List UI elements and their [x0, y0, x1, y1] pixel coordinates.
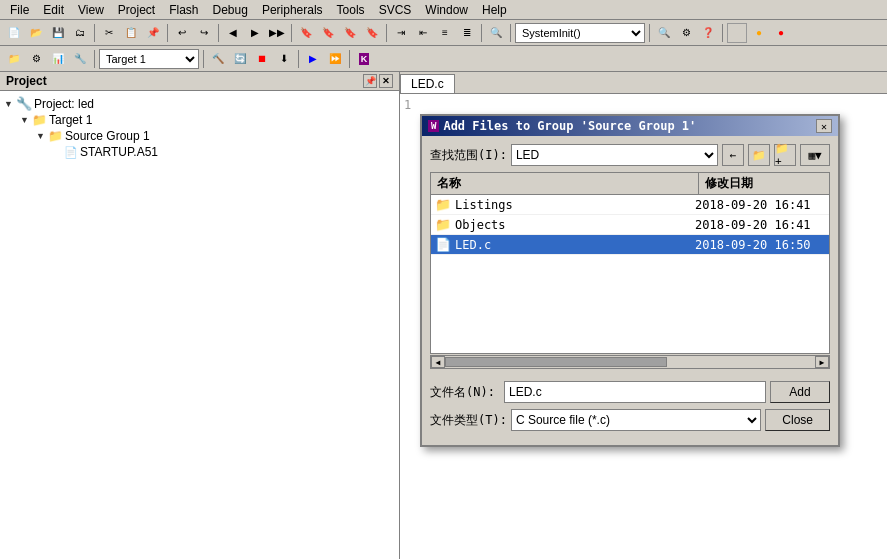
circle3-btn[interactable]: ● — [771, 23, 791, 43]
circle1-btn[interactable]: ○ — [727, 23, 747, 43]
tb2-btn3[interactable]: 📊 — [48, 49, 68, 69]
main-layout: Project 📌 ✕ ▼ 🔧 Project: led ▼ 📁 Target … — [0, 72, 887, 559]
source-group-expand-icon: ▼ — [36, 131, 46, 141]
stop-btn[interactable]: ⏹ — [252, 49, 272, 69]
startup-expand-icon — [52, 147, 62, 157]
save-all-btn[interactable]: 🗂 — [70, 23, 90, 43]
startup-file-item[interactable]: 📄 STARTUP.A51 — [52, 144, 395, 160]
keil-logo-btn[interactable]: K — [354, 49, 374, 69]
download-btn[interactable]: ⬇ — [274, 49, 294, 69]
nav-up-btn[interactable]: 📁 — [748, 144, 770, 166]
scroll-track[interactable] — [445, 357, 815, 367]
tb2-btn1[interactable]: 📁 — [4, 49, 24, 69]
sep6 — [481, 24, 482, 42]
nav-back-btn[interactable]: ← — [722, 144, 744, 166]
stop-debug-btn[interactable]: ⏩ — [325, 49, 345, 69]
menu-file[interactable]: File — [4, 2, 35, 18]
sep5 — [386, 24, 387, 42]
paste-btn[interactable]: 📌 — [143, 23, 163, 43]
source-group-item[interactable]: ▼ 📁 Source Group 1 — [36, 128, 395, 144]
debug-icon[interactable]: 🔍 — [486, 23, 506, 43]
scroll-right-btn[interactable]: ▶ — [815, 356, 829, 368]
dialog-close-x-btn[interactable]: ✕ — [816, 119, 832, 133]
menu-svcs[interactable]: SVCS — [373, 2, 418, 18]
keil-title-icon: W — [428, 120, 439, 132]
editor-content[interactable]: 1 W Add Files to Group 'Source Group 1' … — [400, 94, 887, 559]
filetype-select[interactable]: C Source file (*.c) — [511, 409, 761, 431]
function-select[interactable]: SystemInit() — [515, 23, 645, 43]
config-btn[interactable]: ⚙ — [676, 23, 696, 43]
nav-view-btn[interactable]: ▦▼ — [800, 144, 830, 166]
menu-peripherals[interactable]: Peripherals — [256, 2, 329, 18]
nav-back-btn[interactable]: ◀ — [223, 23, 243, 43]
new-file-btn[interactable]: 📄 — [4, 23, 24, 43]
dialog-bottom: 文件名(N): Add 文件类型(T): C Source file (*.c)… — [422, 377, 838, 445]
project-root[interactable]: ▼ 🔧 Project: led — [4, 95, 395, 112]
target-select[interactable]: Target 1 — [99, 49, 199, 69]
bookmark2-btn[interactable]: 🔖 — [318, 23, 338, 43]
unindent-btn[interactable]: ⇤ — [413, 23, 433, 43]
target-item[interactable]: ▼ 📁 Target 1 — [20, 112, 395, 128]
indent-btn[interactable]: ⇥ — [391, 23, 411, 43]
filetype-row: 文件类型(T): C Source file (*.c) Close — [430, 409, 830, 431]
scroll-thumb[interactable] — [445, 357, 667, 367]
col-date-header: 修改日期 — [699, 173, 829, 194]
file-row-listings[interactable]: 📁 Listings 2018-09-20 16:41 — [431, 195, 829, 215]
circle2-btn[interactable]: ● — [749, 23, 769, 43]
toolbar2: 📁 ⚙ 📊 🔧 Target 1 🔨 🔄 ⏹ ⬇ ▶ ⏩ K — [0, 46, 887, 72]
menu-debug[interactable]: Debug — [207, 2, 254, 18]
horizontal-scrollbar[interactable]: ◀ ▶ — [430, 355, 830, 369]
sep9 — [722, 24, 723, 42]
sidebar-close-btn[interactable]: ✕ — [379, 74, 393, 88]
led-c-date: 2018-09-20 16:50 — [695, 238, 825, 252]
format-btn[interactable]: ≡ — [435, 23, 455, 43]
build-btn[interactable]: 🔨 — [208, 49, 228, 69]
nav-fwd2-btn[interactable]: ▶▶ — [267, 23, 287, 43]
menu-flash[interactable]: Flash — [163, 2, 204, 18]
menu-edit[interactable]: Edit — [37, 2, 70, 18]
menu-project[interactable]: Project — [112, 2, 161, 18]
menu-view[interactable]: View — [72, 2, 110, 18]
dialog-body: 查找范围(I): LED ← 📁 📁+ ▦▼ 名称 修改 — [422, 136, 838, 377]
bookmark4-btn[interactable]: 🔖 — [362, 23, 382, 43]
file-row-led-c[interactable]: 📄 LED.c 2018-09-20 16:50 — [431, 235, 829, 255]
scroll-left-btn[interactable]: ◀ — [431, 356, 445, 368]
sep2 — [167, 24, 168, 42]
cut-btn[interactable]: ✂ — [99, 23, 119, 43]
redo-btn[interactable]: ↪ — [194, 23, 214, 43]
undo-btn[interactable]: ↩ — [172, 23, 192, 43]
target-folder-icon: 📁 — [32, 113, 47, 127]
tb2-btn4[interactable]: 🔧 — [70, 49, 90, 69]
search-path-select[interactable]: LED — [511, 144, 718, 166]
format2-btn[interactable]: ≣ — [457, 23, 477, 43]
help-btn[interactable]: ❓ — [698, 23, 718, 43]
editor-area: LED.c 1 W Add Files to Group 'Source Gro… — [400, 72, 887, 559]
menu-help[interactable]: Help — [476, 2, 513, 18]
root-expand-icon: ▼ — [4, 99, 14, 109]
tb2-btn2[interactable]: ⚙ — [26, 49, 46, 69]
file-list[interactable]: 📁 Listings 2018-09-20 16:41 📁 Objects 20… — [430, 194, 830, 354]
bookmark-btn[interactable]: 🔖 — [296, 23, 316, 43]
search-btn[interactable]: 🔍 — [654, 23, 674, 43]
objects-folder-icon: 📁 — [435, 217, 451, 232]
listings-date: 2018-09-20 16:41 — [695, 198, 825, 212]
sep7 — [510, 24, 511, 42]
sidebar-pin-btn[interactable]: 📌 — [363, 74, 377, 88]
tab-led-c[interactable]: LED.c — [400, 74, 455, 93]
start-debug-btn[interactable]: ▶ — [303, 49, 323, 69]
add-button[interactable]: Add — [770, 381, 830, 403]
copy-btn[interactable]: 📋 — [121, 23, 141, 43]
menu-tools[interactable]: Tools — [331, 2, 371, 18]
nav-new-folder-btn[interactable]: 📁+ — [774, 144, 796, 166]
filename-label: 文件名(N): — [430, 384, 500, 401]
filename-input[interactable] — [504, 381, 766, 403]
save-btn[interactable]: 💾 — [48, 23, 68, 43]
open-btn[interactable]: 📂 — [26, 23, 46, 43]
close-button[interactable]: Close — [765, 409, 830, 431]
nav-forward-btn[interactable]: ▶ — [245, 23, 265, 43]
file-row-objects[interactable]: 📁 Objects 2018-09-20 16:41 — [431, 215, 829, 235]
bookmark3-btn[interactable]: 🔖 — [340, 23, 360, 43]
menu-window[interactable]: Window — [419, 2, 474, 18]
sep12 — [298, 50, 299, 68]
rebuild-btn[interactable]: 🔄 — [230, 49, 250, 69]
